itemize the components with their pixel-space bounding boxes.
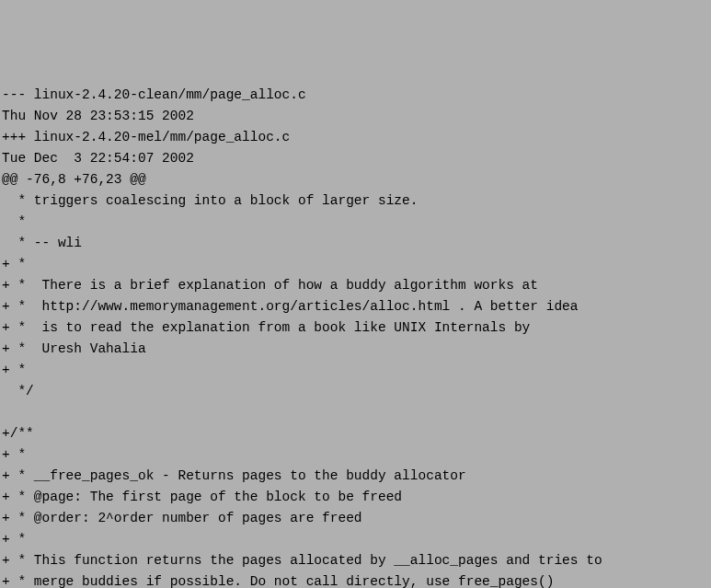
diff-content: --- linux-2.4.20-clean/mm/page_alloc.c T…: [0, 85, 711, 588]
